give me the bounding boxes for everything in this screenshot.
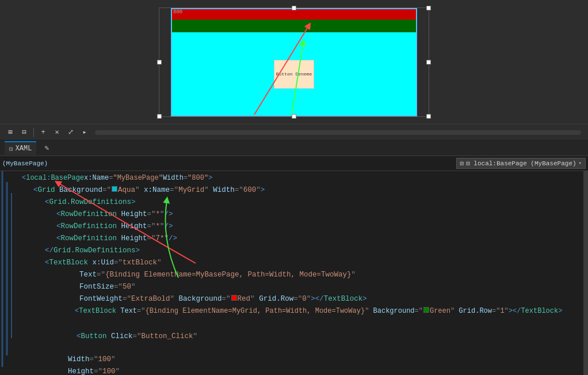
tab-xaml[interactable]: ⊡ XAML [5,141,36,155]
code-line-textblock1-text: Text="{Binding ElementName=MyBasePage, P… [17,269,588,281]
code-line-button-open: <Button Click="Button_Click" [17,331,588,354]
handle-top-right[interactable] [426,6,431,10]
code-line-button-height: Height="100" [17,366,588,375]
aqua-swatch [112,186,117,192]
preview-area: 800 Button Deneme [0,0,588,124]
button-preview-label: Button Deneme [276,71,312,77]
xaml-tab-icon: ⊡ [9,145,13,153]
handle-middle-left[interactable] [157,60,162,65]
horizontal-scrollbar[interactable] [95,130,581,135]
code-line-textblock1-open: <TextBlock x:Uid="txtBlock" [17,257,588,269]
main-container: 800 Button Deneme [0,0,588,375]
code-line-textblock2: <TextBlock Text="{Binding ElementName=My… [17,305,588,328]
tab-bar: ⊡ XAML ✎ [0,140,588,156]
red-swatch [231,295,237,301]
row-cyan: Button Deneme [171,32,417,116]
code-line-textblock1-fontweight: FontWeight="ExtraBold" Background="Red" … [17,293,588,305]
grid-inner: 800 Button Deneme [171,8,417,116]
handle-middle-right[interactable] [426,60,431,65]
code-section: <local:BasePage x:Name="MyBasePage" Widt… [0,171,588,375]
vertical-scrollbar[interactable] [583,171,588,375]
grid2-icon[interactable]: ⊟ [18,127,30,138]
button-preview[interactable]: Button Deneme [274,60,314,89]
code-editor[interactable]: <local:BasePage x:Name="MyBasePage" Widt… [0,171,588,375]
more-icon[interactable]: ▸ [79,127,90,138]
xaml-tab-label: XAML [16,145,32,153]
code-line-rowdef2: <RowDefinition Height="*"/> [17,221,588,233]
code-line-grid: <Grid Background="Aqua" x:Name="MyGrid" … [17,184,588,196]
handle-bottom-left[interactable] [157,114,162,119]
code-line-truncated: <local:BasePage x:Name="MyBasePage" Widt… [17,172,588,184]
header-bar: (MyBasePage) ⊡ ⊡ local:BasePage (MyBaseP… [0,156,588,171]
grid-icon[interactable]: ⊞ [5,127,16,138]
handle-top-center[interactable] [292,6,296,10]
handle-bottom-right[interactable] [426,114,431,119]
dropdown-icon: ⊡ [460,160,464,167]
code-line-button-width: Width="100" [17,354,588,366]
chevron-down-icon: ▾ [579,160,582,166]
breadcrumb: (MyBasePage) [2,160,227,167]
toolbar: ⊞ ⊟ + ✕ ⤢ ▸ [0,124,588,140]
code-line-rowdefs: <Grid.RowDefinitions> [17,196,588,209]
design-canvas: 800 Button Deneme [159,7,429,117]
code-line-textblock1-fontsize: FontSize="50" [17,281,588,293]
row-label: 800 [173,9,182,15]
code-line-rowdef3: <RowDefinition Height="7*"/> [17,233,588,245]
dropdown-label: ⊡ local:BasePage (MyBasePage) [466,160,576,167]
toolbar-separator-1 [33,128,34,137]
row-green [171,20,417,32]
code-line-rowdef1: <RowDefinition Height="*"/> [17,209,588,221]
page-selector-dropdown[interactable]: ⊡ ⊡ local:BasePage (MyBasePage) ▾ [456,158,586,169]
code-line-rowdefs-close: </Grid.RowDefinitions> [17,245,588,257]
cursor-icon[interactable]: ✕ [51,127,63,138]
edit-icon[interactable]: ✎ [41,142,52,154]
zoom-icon[interactable]: ⤢ [65,127,77,138]
green-swatch [423,307,429,313]
add-icon[interactable]: + [37,127,49,138]
handle-bottom-center[interactable] [292,114,296,119]
